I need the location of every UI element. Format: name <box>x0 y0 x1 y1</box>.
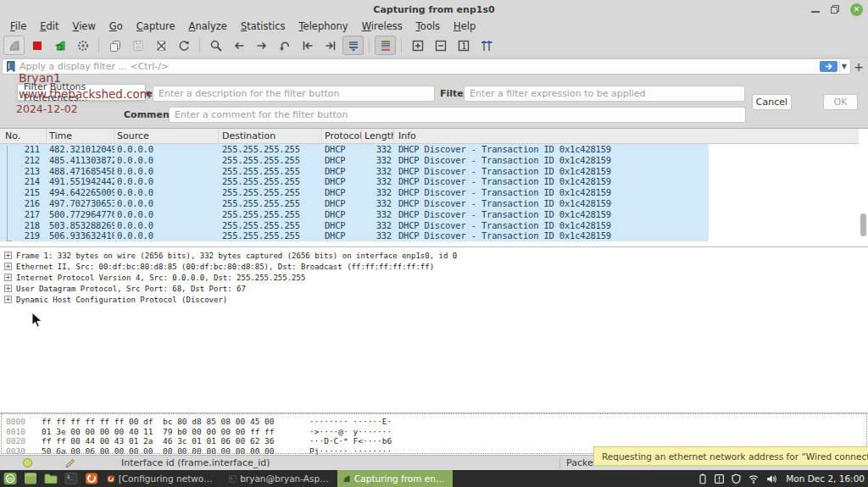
minimize-button[interactable] <box>811 11 820 13</box>
zoom-in-button[interactable] <box>407 36 428 55</box>
close-capture-button[interactable] <box>150 36 171 55</box>
expert-info-icon[interactable] <box>23 458 32 468</box>
update-warning-icon[interactable] <box>714 473 725 484</box>
packet-row[interactable]: 218 503.853288269 0.0.0.0 255.255.255.25… <box>0 220 709 231</box>
battery-icon[interactable] <box>698 473 708 485</box>
add-filter-button[interactable]: + <box>852 58 865 75</box>
capture-options-button[interactable] <box>72 36 93 55</box>
packet-detail-line[interactable]: Dynamic Host Configuration Protocol (Dis… <box>0 294 868 305</box>
column-header-length[interactable]: Length <box>362 129 394 143</box>
go-forward-button[interactable] <box>251 36 272 55</box>
find-packet-button[interactable] <box>205 36 226 55</box>
expand-plus-icon[interactable] <box>4 285 12 292</box>
edit-comment-pencil-icon[interactable] <box>64 457 76 469</box>
label-input[interactable] <box>153 86 435 102</box>
filter-dropdown-caret[interactable]: ▼ <box>839 61 850 72</box>
menu-item[interactable]: Help <box>447 19 482 33</box>
menu-item[interactable]: Telephony <box>292 19 354 33</box>
reload-button[interactable] <box>173 36 194 55</box>
packet-row[interactable]: 214 491.551942442 0.0.0.0 255.255.255.25… <box>0 176 709 187</box>
taskbar-window-configuring-networks[interactable]: [Configuring networks ... <box>102 470 220 487</box>
filter-input[interactable] <box>464 86 745 102</box>
packet-row[interactable]: 219 506.933632410 0.0.0.0 255.255.255.25… <box>0 230 709 241</box>
menu-item[interactable]: View <box>66 19 103 33</box>
close-button[interactable]: ✕ <box>850 3 863 16</box>
packet-list-header[interactable]: No. Time Source Destination Protocol Len… <box>0 129 859 144</box>
software-manager-launcher[interactable] <box>23 472 37 485</box>
go-to-packet-button[interactable] <box>274 36 295 55</box>
column-header-source[interactable]: Source <box>114 129 219 143</box>
menu-item[interactable]: Wireless <box>355 19 409 33</box>
auto-scroll-button[interactable] <box>342 36 364 55</box>
title-bar[interactable]: Capturing from enp1s0 ✕ <box>0 0 868 19</box>
expand-plus-icon[interactable] <box>4 252 12 259</box>
menu-item[interactable]: Edit <box>33 19 65 33</box>
packet-detail-line[interactable]: Frame 1: 332 bytes on wire (2656 bits), … <box>0 250 868 261</box>
zoom-out-button[interactable] <box>430 36 451 55</box>
comment-input[interactable] <box>169 107 746 123</box>
start-capture-button[interactable] <box>3 36 25 55</box>
column-header-info[interactable]: Info <box>394 129 859 143</box>
hex-row[interactable]: 0010 01 3e 00 00 00 00 40 11 79 b0 00 00… <box>0 427 868 437</box>
ok-button[interactable]: OK <box>823 94 858 110</box>
go-first-packet-button[interactable] <box>297 36 318 55</box>
volume-icon[interactable] <box>765 473 777 484</box>
packet-detail-line[interactable]: Internet Protocol Version 4, Src: 0.0.0.… <box>0 272 868 283</box>
packet-detail-line[interactable]: Ethernet II, Src: 00:df:bc:80:d8:85 (00:… <box>0 261 868 272</box>
terminal-icon: $_ <box>64 472 78 485</box>
packet-detail-line[interactable]: User Datagram Protocol, Src Port: 68, Ds… <box>0 283 868 294</box>
expand-plus-icon[interactable] <box>4 263 12 270</box>
menu-item[interactable]: File <box>3 19 33 33</box>
column-header-no[interactable]: No. <box>0 129 47 143</box>
wifi-icon[interactable] <box>748 473 760 484</box>
terminal-launcher[interactable]: $_ <box>64 472 78 485</box>
menu-item[interactable]: Analyze <box>182 19 234 33</box>
save-file-button[interactable] <box>127 36 148 55</box>
cancel-button[interactable]: Cancel <box>752 94 792 110</box>
menu-item[interactable]: Statistics <box>234 19 292 33</box>
mint-menu-button[interactable]: m <box>3 472 17 485</box>
bookmark-icon[interactable] <box>5 60 16 73</box>
colorize-button[interactable] <box>375 36 396 55</box>
browser-launcher[interactable] <box>84 472 98 485</box>
main-toolbar <box>0 34 868 58</box>
taskbar-window-terminal[interactable]: $ bryan@bryan-Aspire-5... <box>224 470 336 487</box>
column-header-time[interactable]: Time <box>47 129 114 143</box>
go-last-packet-button[interactable] <box>320 36 341 55</box>
toolbar-separator <box>369 38 370 53</box>
go-back-button[interactable] <box>228 36 249 55</box>
menu-item[interactable]: Capture <box>130 19 182 33</box>
menu-item[interactable]: Go <box>103 19 130 33</box>
packet-row[interactable]: 211 482.321012049 0.0.0.0 255.255.255.25… <box>0 144 709 155</box>
apply-filter-button[interactable] <box>820 61 837 72</box>
packet-row[interactable]: 217 500.772964770 0.0.0.0 255.255.255.25… <box>0 209 709 220</box>
copy-documents-icon <box>108 39 122 53</box>
taskbar-clock[interactable]: Mon Dec 2, 16:00 <box>786 473 865 484</box>
packet-row[interactable]: 216 497.702730653 0.0.0.0 255.255.255.25… <box>0 198 709 209</box>
shield-icon[interactable] <box>731 473 742 484</box>
display-filter-input[interactable] <box>16 61 820 72</box>
hex-row[interactable]: 0020 ff ff 00 44 00 43 01 2a 46 3c 01 01… <box>0 436 868 446</box>
filter-buttons-preferences-menu-item[interactable]: Filter Buttons Preferences... <box>17 84 146 101</box>
open-file-button[interactable] <box>104 36 125 55</box>
files-launcher[interactable] <box>43 472 58 485</box>
stop-capture-button[interactable] <box>26 36 47 55</box>
hex-row[interactable]: 0000 ff ff ff ff ff ff 00 df bc 80 d8 85… <box>0 417 868 427</box>
display-filter-field[interactable]: ▼ <box>2 58 851 75</box>
packet-row[interactable]: 212 485.411303872 0.0.0.0 255.255.255.25… <box>0 155 709 166</box>
column-header-destination[interactable]: Destination <box>219 129 322 143</box>
expand-plus-icon[interactable] <box>4 274 12 281</box>
zoom-original-button[interactable] <box>453 36 474 55</box>
expand-plus-icon[interactable] <box>4 296 12 303</box>
resize-columns-button[interactable] <box>476 36 497 55</box>
restart-capture-button[interactable] <box>49 36 70 55</box>
packet-row[interactable]: 213 488.471685458 0.0.0.0 255.255.255.25… <box>0 166 709 177</box>
menu-item[interactable]: Tools <box>409 19 447 33</box>
conversation-bracket <box>7 146 12 241</box>
taskbar-window-wireshark[interactable]: Capturing from enp1s0 <box>337 470 453 487</box>
maximize-button[interactable] <box>830 4 840 14</box>
packet-list-scrollbar[interactable] <box>860 213 866 236</box>
column-header-protocol[interactable]: Protocol <box>322 129 362 143</box>
packet-row[interactable]: 215 494.642265009 0.0.0.0 255.255.255.25… <box>0 187 709 198</box>
stop-square-icon <box>31 39 44 53</box>
